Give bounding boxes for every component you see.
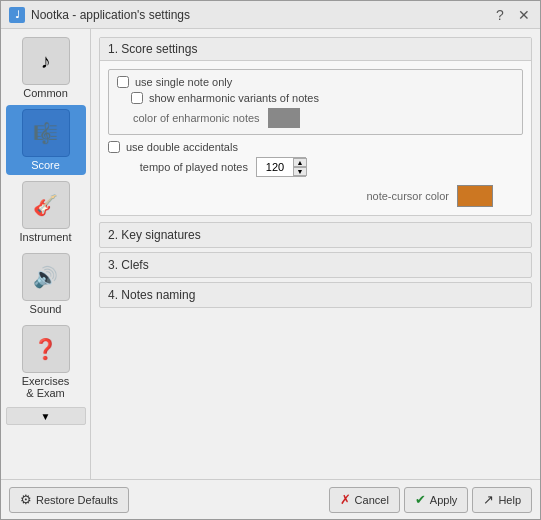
single-note-checkbox[interactable]: [117, 76, 129, 88]
restore-defaults-label: Restore Defaults: [36, 494, 118, 506]
common-icon: ♪: [22, 37, 70, 85]
help-button[interactable]: ?: [492, 7, 508, 23]
enharmonic-checkbox[interactable]: [131, 92, 143, 104]
tempo-spin-up[interactable]: ▲: [293, 158, 307, 167]
section-key-signatures[interactable]: 2. Key signatures: [99, 222, 532, 248]
single-note-subsection: use single note only show enharmonic var…: [108, 69, 523, 135]
cancel-label: Cancel: [355, 494, 389, 506]
sidebar-label-sound: Sound: [30, 303, 62, 315]
tempo-input[interactable]: [257, 158, 293, 176]
single-note-label: use single note only: [135, 76, 232, 88]
app-icon: ♩: [9, 7, 25, 23]
tempo-row: tempo of played notes ▲ ▼: [108, 157, 523, 177]
sidebar-label-common: Common: [23, 87, 68, 99]
section-notes-naming[interactable]: 4. Notes naming: [99, 282, 532, 308]
footer-left: ⚙ Restore Defaults: [9, 487, 129, 513]
enharmonic-color-swatch[interactable]: [268, 108, 300, 128]
footer-right: ✗ Cancel ✔ Apply ↗ Help: [329, 487, 532, 513]
main-window: ♩ Nootka - application's settings ? ✕ ♪ …: [0, 0, 541, 520]
sidebar-item-instrument[interactable]: 🎸 Instrument: [6, 177, 86, 247]
titlebar-controls: ? ✕: [492, 7, 532, 23]
footer: ⚙ Restore Defaults ✗ Cancel ✔ Apply ↗ He…: [1, 479, 540, 519]
instrument-icon: 🎸: [22, 181, 70, 229]
main-content: 1. Score settings use single note only s…: [91, 29, 540, 479]
sidebar-label-instrument: Instrument: [20, 231, 72, 243]
note-cursor-row: note-cursor color: [108, 185, 523, 207]
tempo-spin-controls: ▲ ▼: [293, 158, 307, 176]
body: ♪ Common 🎼 Score 🎸 Instrument 🔊 Sound ❓ …: [1, 29, 540, 479]
double-accidentals-label: use double accidentals: [126, 141, 238, 153]
help-footer-icon: ↗: [483, 492, 494, 507]
cancel-icon: ✗: [340, 492, 351, 507]
tempo-label: tempo of played notes: [108, 161, 248, 173]
enharmonic-row: show enharmonic variants of notes: [117, 92, 514, 104]
exercises-icon: ❓: [22, 325, 70, 373]
enharmonic-color-label: color of enharmonic notes: [133, 112, 260, 124]
cancel-button[interactable]: ✗ Cancel: [329, 487, 400, 513]
section-clefs[interactable]: 3. Clefs: [99, 252, 532, 278]
tempo-spin-down[interactable]: ▼: [293, 167, 307, 176]
double-accidentals-row: use double accidentals: [108, 141, 523, 153]
apply-button[interactable]: ✔ Apply: [404, 487, 469, 513]
note-cursor-label: note-cursor color: [366, 190, 449, 202]
titlebar-left: ♩ Nootka - application's settings: [9, 7, 190, 23]
help-footer-button[interactable]: ↗ Help: [472, 487, 532, 513]
enharmonic-color-row: color of enharmonic notes: [117, 108, 514, 128]
sidebar-item-score[interactable]: 🎼 Score: [6, 105, 86, 175]
double-accidentals-checkbox[interactable]: [108, 141, 120, 153]
apply-icon: ✔: [415, 492, 426, 507]
tempo-spinbox[interactable]: ▲ ▼: [256, 157, 306, 177]
restore-icon: ⚙: [20, 492, 32, 507]
section-score-settings: 1. Score settings use single note only s…: [99, 37, 532, 216]
close-button[interactable]: ✕: [516, 7, 532, 23]
sidebar: ♪ Common 🎼 Score 🎸 Instrument 🔊 Sound ❓ …: [1, 29, 91, 479]
sidebar-label-exercises: Exercises& Exam: [22, 375, 70, 399]
enharmonic-label: show enharmonic variants of notes: [149, 92, 319, 104]
sidebar-item-exercises[interactable]: ❓ Exercises& Exam: [6, 321, 86, 403]
section-score-settings-content: use single note only show enharmonic var…: [100, 61, 531, 215]
restore-defaults-button[interactable]: ⚙ Restore Defaults: [9, 487, 129, 513]
score-icon: 🎼: [22, 109, 70, 157]
titlebar: ♩ Nootka - application's settings ? ✕: [1, 1, 540, 29]
sidebar-item-sound[interactable]: 🔊 Sound: [6, 249, 86, 319]
section-score-settings-header: 1. Score settings: [100, 38, 531, 61]
window-title: Nootka - application's settings: [31, 8, 190, 22]
apply-label: Apply: [430, 494, 458, 506]
sidebar-item-common[interactable]: ♪ Common: [6, 33, 86, 103]
sidebar-scroll-down[interactable]: ▼: [6, 407, 86, 425]
sidebar-label-score: Score: [31, 159, 60, 171]
single-note-row: use single note only: [117, 76, 514, 88]
note-cursor-swatch[interactable]: [457, 185, 493, 207]
sound-icon: 🔊: [22, 253, 70, 301]
help-footer-label: Help: [498, 494, 521, 506]
